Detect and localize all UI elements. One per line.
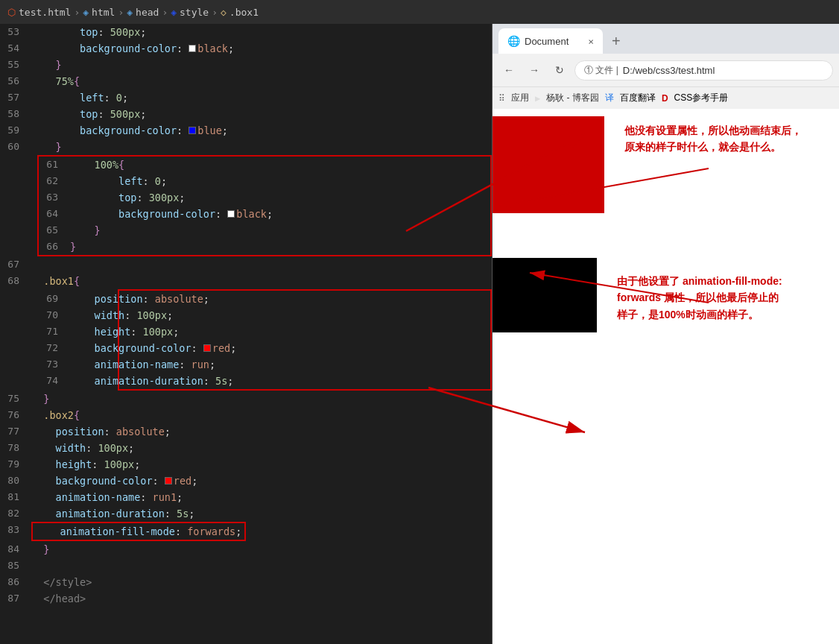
browser-tab-document[interactable]: 🌐 Document × xyxy=(498,28,603,54)
code-line-63: 63 top: 300px; xyxy=(37,189,492,206)
breadcrumb-html: html xyxy=(92,7,115,18)
code-line-81: 81 animation-name: run1; xyxy=(0,489,492,505)
browser-tab-close[interactable]: × xyxy=(588,36,594,47)
code-line-70: 70 width: 100px; xyxy=(118,307,492,323)
code-line-78: 78 width: 100px; xyxy=(0,440,492,456)
browser-tab-title: Document xyxy=(525,36,569,47)
browser-new-tab-button[interactable]: + xyxy=(606,30,627,53)
code-line-62: 62 left: 0; xyxy=(37,173,492,189)
line-content-68: .box1{ xyxy=(31,273,80,289)
line-content-81: animation-name: run1; xyxy=(31,489,183,505)
line-num-65: 65 xyxy=(39,222,70,239)
line-content-69: position: absolute; xyxy=(70,291,209,307)
line-content-60: } xyxy=(31,139,62,155)
line-content-86: </style> xyxy=(31,574,92,590)
line-num-68: 68 xyxy=(0,273,31,289)
code-line-71: 71 height: 100px; xyxy=(118,323,492,340)
code-line-66: 66 } xyxy=(37,239,492,256)
bookmark-blog[interactable]: 杨耿 - 博客园 xyxy=(546,92,599,104)
bookmarks-icon: ⠿ xyxy=(498,93,505,104)
line-num-84: 84 xyxy=(0,541,31,558)
line-num-63: 63 xyxy=(39,189,70,206)
line-content-65: } xyxy=(70,222,101,239)
bookmark-baidu[interactable]: 译 xyxy=(605,92,614,104)
line-num-66: 66 xyxy=(39,239,70,255)
code-line-77: 77 position: absolute; xyxy=(0,423,492,440)
line-content-64: background-color: black; xyxy=(70,206,273,222)
line-num-53: 53 xyxy=(0,24,31,40)
breadcrumb-box1: .box1 xyxy=(229,7,259,18)
line-content-62: left: 0; xyxy=(70,173,167,189)
line-content-56: 75%{ xyxy=(31,73,80,89)
breadcrumb-sep2: › xyxy=(118,7,124,18)
line-content-61: 100%{ xyxy=(70,157,124,173)
line-num-79: 79 xyxy=(0,456,31,473)
breadcrumb-box1-icon: ◇ xyxy=(221,7,227,18)
code-line-82: 82 animation-duration: 5s; xyxy=(0,505,492,522)
line-num-62: 62 xyxy=(39,173,70,189)
line-content-53: top: 500px; xyxy=(31,24,146,40)
code-line-87: 87 </head> xyxy=(0,590,492,607)
line-content-59: background-color: blue; xyxy=(31,122,228,139)
code-line-85: 85 xyxy=(0,558,492,574)
annotation-1: 他没有设置属性，所以他动画结束后，原来的样子时什么，就会是什么。 xyxy=(624,122,833,156)
bookmark-css-label[interactable]: CSS参考手册 xyxy=(674,92,729,104)
browser-back-button[interactable]: ← xyxy=(498,60,519,80)
line-content-70: width: 100px; xyxy=(70,307,173,323)
breadcrumb-style: style xyxy=(180,7,209,18)
line-num-86: 86 xyxy=(0,574,31,590)
line-num-57: 57 xyxy=(0,89,31,106)
breadcrumb-file: test.html xyxy=(19,7,71,18)
line-content-57: left: 0; xyxy=(31,89,128,106)
line-num-87: 87 xyxy=(0,590,31,607)
annotation-1-text: 他没有设置属性，所以他动画结束后，原来的样子时什么，就会是什么。 xyxy=(624,124,802,153)
browser-refresh-button[interactable]: ↻ xyxy=(549,60,570,80)
line-num-73: 73 xyxy=(39,356,70,373)
line-num-74: 74 xyxy=(39,373,70,389)
code-line-74: 74 animation-duration: 5s; xyxy=(118,373,492,391)
code-line-65: 65 } xyxy=(37,222,492,239)
line-content-84: } xyxy=(31,541,49,558)
code-line-84: 84 } xyxy=(0,541,492,558)
line-content-71: height: 100px; xyxy=(70,323,179,340)
annotation-2: 由于他设置了 animation-fill-mode:forwards 属性，所… xyxy=(617,273,833,323)
code-line-60: 60 } xyxy=(0,139,492,155)
line-num-55: 55 xyxy=(0,57,31,73)
bookmark-baidu-label[interactable]: 百度翻译 xyxy=(620,92,656,104)
browser-address-input[interactable]: ① 文件 | D:/web/css3/test.html xyxy=(574,60,833,80)
breadcrumb-head-icon: ◈ xyxy=(127,7,133,18)
browser-red-preview-box xyxy=(493,116,604,213)
browser-forward-button[interactable]: → xyxy=(524,60,545,80)
bookmark-apps[interactable]: 应用 xyxy=(511,92,529,104)
line-content-87: </head> xyxy=(31,590,86,607)
line-content-74: animation-duration: 5s; xyxy=(70,373,234,389)
line-num-58: 58 xyxy=(0,106,31,122)
line-num-69: 69 xyxy=(39,291,70,307)
line-content-79: height: 100px; xyxy=(31,456,140,473)
code-line-53: 53 top: 500px; xyxy=(0,24,492,40)
breadcrumb-bar: ⬡ test.html › ◈ html › ◈ head › ◈ style … xyxy=(0,0,839,24)
line-content-58: top: 500px; xyxy=(31,106,146,122)
line-content-54: background-color: black; xyxy=(31,40,234,57)
line-num-75: 75 xyxy=(0,391,31,407)
annotation-2-text: 由于他设置了 animation-fill-mode:forwards 属性，所… xyxy=(617,275,782,321)
bookmark-sep1: ▶ xyxy=(535,93,540,104)
line-num-61: 61 xyxy=(39,157,70,173)
line-num-78: 78 xyxy=(0,440,31,456)
line-num-85: 85 xyxy=(0,558,31,574)
code-line-61: 61 100%{ xyxy=(37,155,492,173)
browser-tab-icon: 🌐 xyxy=(507,35,520,47)
code-line-58: 58 top: 500px; xyxy=(0,106,492,122)
code-line-54: 54 background-color: black; xyxy=(0,40,492,57)
code-line-83: 83 animation-fill-mode: forwards; xyxy=(0,522,492,541)
line-num-77: 77 xyxy=(0,423,31,440)
code-line-80: 80 background-color: red; xyxy=(0,473,492,489)
line-num-59: 59 xyxy=(0,122,31,139)
line-num-83: 83 xyxy=(0,522,31,538)
browser-content: 他没有设置属性，所以他动画结束后，原来的样子时什么，就会是什么。 由于他设置了 … xyxy=(493,109,839,644)
line-num-71: 71 xyxy=(39,323,70,340)
code-line-57: 57 left: 0; xyxy=(0,89,492,106)
bookmark-css[interactable]: D xyxy=(662,93,668,104)
browser-chrome: 🌐 Document × + ← → ↻ ① 文件 | D:/web/css3/… xyxy=(493,24,839,109)
line-content-73: animation-name: run; xyxy=(70,356,215,373)
